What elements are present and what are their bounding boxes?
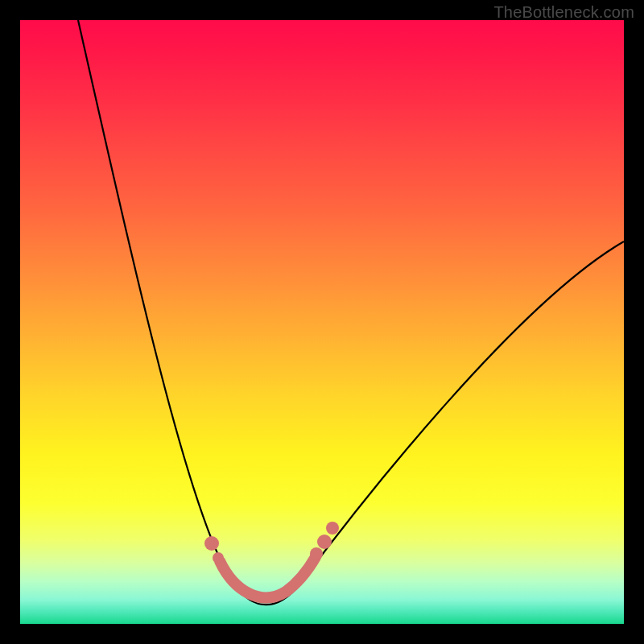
marker-dot xyxy=(204,536,219,551)
marker-dot xyxy=(326,522,339,535)
plot-area xyxy=(20,20,624,624)
frame: TheBottleneck.com xyxy=(0,0,644,644)
watermark-text: TheBottleneck.com xyxy=(493,3,634,22)
marker-dot xyxy=(310,547,323,560)
chart-svg xyxy=(20,20,624,624)
marker-dot xyxy=(317,535,332,549)
marker-dot xyxy=(213,552,224,564)
floor-marker-line xyxy=(220,557,316,597)
bottleneck-curve xyxy=(78,20,624,605)
